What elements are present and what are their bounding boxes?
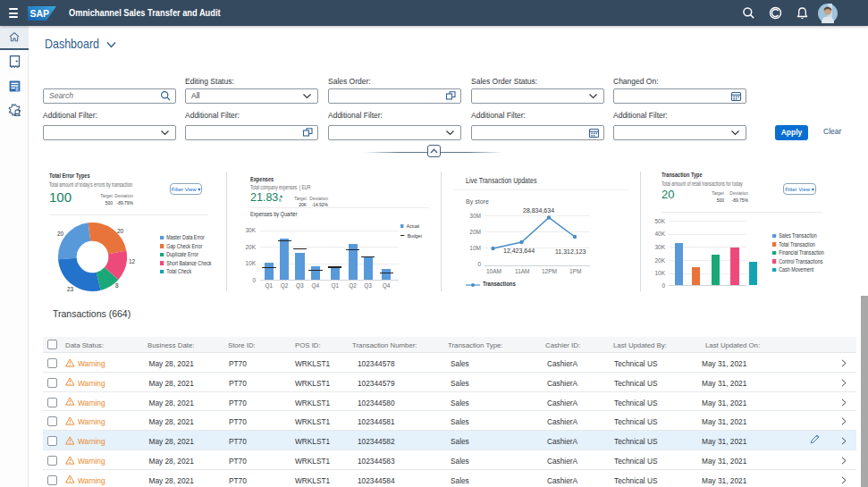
svg-text:SAP: SAP <box>30 8 50 19</box>
